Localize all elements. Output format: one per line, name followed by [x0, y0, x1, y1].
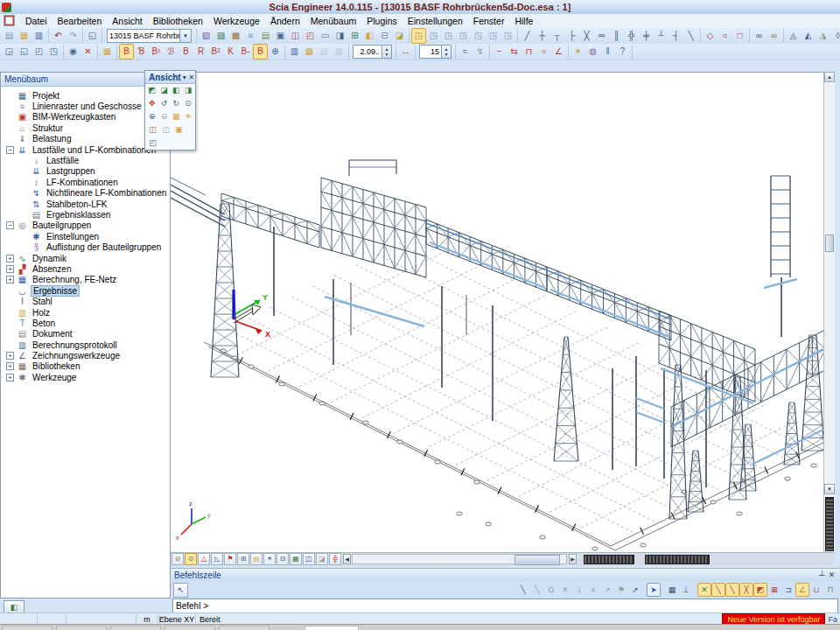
- scroll-up-icon[interactable]: ▲: [824, 72, 835, 82]
- tree-item-lastf-lle[interactable]: ↓Lastfälle: [1, 155, 170, 165]
- tree-item-ergebnisse[interactable]: ◡Ergebnisse: [1, 285, 170, 296]
- load-b2-icon[interactable]: B²: [208, 44, 223, 60]
- labels-tab-icon[interactable]: ⚑: [224, 553, 236, 565]
- spinner-arrows-icon[interactable]: ▲▼: [382, 46, 391, 58]
- load-b-icon[interactable]: B: [178, 44, 193, 60]
- tree-item-bauteilgruppen[interactable]: −◎Bauteilgruppen: [1, 220, 170, 231]
- supports-tab-icon[interactable]: △: [198, 553, 210, 565]
- tree-item-einstellungen[interactable]: ✱Einstellungen: [1, 231, 170, 242]
- snap-ortho-icon[interactable]: ⊥: [679, 583, 693, 597]
- support-icon[interactable]: ┴: [654, 28, 668, 44]
- view-point-icon[interactable]: ✥: [146, 97, 158, 110]
- zoom-out-icon[interactable]: ⊖: [158, 110, 171, 123]
- mesh-tab-icon[interactable]: ✶: [263, 553, 276, 565]
- hinge-icon[interactable]: ┤: [668, 28, 683, 44]
- tree-item-nichtlineare-lf-kombinationen[interactable]: ↯Nichtlineare LF-Kombinationen: [1, 188, 170, 199]
- project-window-4-icon[interactable]: ◳: [456, 28, 471, 44]
- model-viewport[interactable]: YXzyx: [171, 72, 823, 553]
- snap-cross-icon[interactable]: ✕: [558, 583, 572, 597]
- gallery-icon[interactable]: ▤: [258, 28, 273, 44]
- tree-item-auflistung-der-bauteilgruppen[interactable]: §Auflistung der Bauteilgruppen: [1, 242, 170, 252]
- snap-curve-icon[interactable]: G: [544, 583, 558, 597]
- title-bar[interactable]: Scia Engineer 14.0.115 - [13015 BASF Roh…: [0, 0, 840, 15]
- vertical-scroll-thumb[interactable]: [825, 234, 834, 252]
- rib-icon[interactable]: ╪: [639, 28, 654, 44]
- binoculars-all-icon[interactable]: ∞: [766, 28, 781, 44]
- clip-active-tab-icon[interactable]: ⊘: [185, 553, 197, 565]
- tree-item-dynamik[interactable]: +∿Dynamik: [1, 253, 170, 263]
- tree-item-berechnung-fe-netz[interactable]: +▦Berechnung, FE-Netz: [1, 275, 170, 285]
- open-view-folder-icon[interactable]: ▦: [171, 110, 183, 123]
- export-icon[interactable]: ◪: [392, 28, 407, 44]
- project-window-1-icon[interactable]: ◳: [411, 28, 426, 44]
- snap-peak-icon[interactable]: ∧: [586, 583, 600, 597]
- clip-box-icon[interactable]: ◫: [146, 123, 159, 136]
- load-b-minus-icon[interactable]: B-: [238, 44, 253, 60]
- load-b1-icon[interactable]: B¹: [149, 44, 164, 60]
- menu-item-bearbeiten[interactable]: Bearbeiten: [52, 15, 108, 27]
- menu-item-plugins[interactable]: Plugins: [361, 15, 402, 27]
- zoom-spinner[interactable]: 2.09..▲▼: [353, 45, 392, 59]
- save-view-icon[interactable]: ▥: [287, 44, 302, 60]
- model-tab-icon[interactable]: ▦: [290, 553, 302, 565]
- parallel-icon[interactable]: ‖: [600, 44, 615, 60]
- snap-tangent-icon[interactable]: ⊠: [767, 583, 781, 597]
- menu-item-ändern[interactable]: Ändern: [265, 15, 305, 27]
- diagonal-icon[interactable]: ╲: [683, 28, 698, 44]
- command-input[interactable]: Befehl >: [172, 598, 838, 613]
- tree-item-lastgruppen[interactable]: ⇊Lastgruppen: [1, 166, 170, 177]
- load-b-plus-icon[interactable]: B: [119, 44, 134, 60]
- snap-line-icon[interactable]: ╲: [516, 583, 530, 597]
- expand-icon[interactable]: +: [6, 255, 14, 262]
- table-icon[interactable]: ▣: [273, 28, 288, 44]
- image-icon[interactable]: ◫: [288, 28, 303, 44]
- cross-brace-icon[interactable]: ╳: [579, 28, 594, 44]
- tabs-scroll-left-icon[interactable]: ◀: [343, 554, 351, 564]
- scroll-down-icon[interactable]: ▼: [824, 484, 835, 494]
- tree-item-werkzeuge[interactable]: +✱Werkzeuge: [1, 372, 170, 382]
- zoom-in-icon[interactable]: ⊕: [146, 110, 158, 123]
- catalog-icon[interactable]: ▨: [214, 28, 228, 44]
- pin-icon[interactable]: ┴: [817, 570, 827, 579]
- help-what-icon[interactable]: ?: [615, 44, 630, 60]
- node-icon[interactable]: ┼: [535, 28, 550, 44]
- loads-tab-icon[interactable]: ◺: [211, 553, 223, 565]
- tabs-scroll-right-icon[interactable]: ▶: [569, 554, 577, 564]
- paste-window-1-icon[interactable]: ◲: [2, 44, 17, 60]
- menu-item-datei[interactable]: Datei: [20, 15, 52, 27]
- view-group-4-icon[interactable]: ◊: [830, 28, 840, 44]
- open-view-icon[interactable]: ▦: [302, 44, 317, 60]
- document-window-icon[interactable]: [4, 15, 15, 26]
- section-tab-icon[interactable]: ⊞: [237, 553, 249, 565]
- cursor-select-button[interactable]: ↖: [173, 583, 188, 598]
- menu-item-einstellungen[interactable]: Einstellungen: [402, 15, 468, 27]
- save-disabled-icon[interactable]: ▥: [317, 44, 332, 60]
- menu-item-bibliotheken[interactable]: Bibliotheken: [148, 15, 208, 27]
- open-folder-icon[interactable]: ▦: [17, 28, 32, 44]
- render-tab-icon[interactable]: ▤: [250, 553, 262, 565]
- add-item-icon[interactable]: ⊞: [347, 28, 362, 44]
- select-circle-icon[interactable]: ○: [718, 28, 732, 44]
- close-icon[interactable]: ✕: [827, 570, 836, 579]
- expand-icon[interactable]: +: [6, 374, 14, 382]
- undo-icon[interactable]: ↶: [51, 28, 66, 44]
- snap-angle-icon[interactable]: ∠: [795, 583, 809, 597]
- view-x-icon[interactable]: ◩: [146, 84, 158, 97]
- snap-intersect-icon[interactable]: ╲: [725, 583, 739, 597]
- visibility-eye-icon[interactable]: ◉: [66, 44, 80, 60]
- count-spinner[interactable]: 15▲▼: [419, 45, 452, 59]
- collapse-icon[interactable]: −: [6, 146, 14, 154]
- result-bracket-icon[interactable]: ⊓: [522, 44, 536, 60]
- expand-icon[interactable]: +: [6, 276, 14, 284]
- snap-flag-icon[interactable]: ⚑: [614, 583, 628, 597]
- clip-box-off-icon[interactable]: ◫: [159, 123, 172, 136]
- light-icon[interactable]: ☀: [182, 110, 194, 123]
- snap-arrow-icon[interactable]: ↗: [600, 583, 614, 597]
- expand-icon[interactable]: +: [6, 362, 14, 370]
- tree-item-berechnungsprotokoll[interactable]: ▥Berechnungsprotokoll: [1, 340, 170, 350]
- viewport-3d-scene[interactable]: YXzyx: [171, 73, 823, 553]
- zoom-window-icon[interactable]: ⊙: [182, 97, 194, 110]
- paste-window-3-icon[interactable]: ◰: [32, 44, 46, 60]
- picture-tab-icon[interactable]: ◫: [303, 553, 315, 565]
- project-window-2-icon[interactable]: ◳: [426, 28, 441, 44]
